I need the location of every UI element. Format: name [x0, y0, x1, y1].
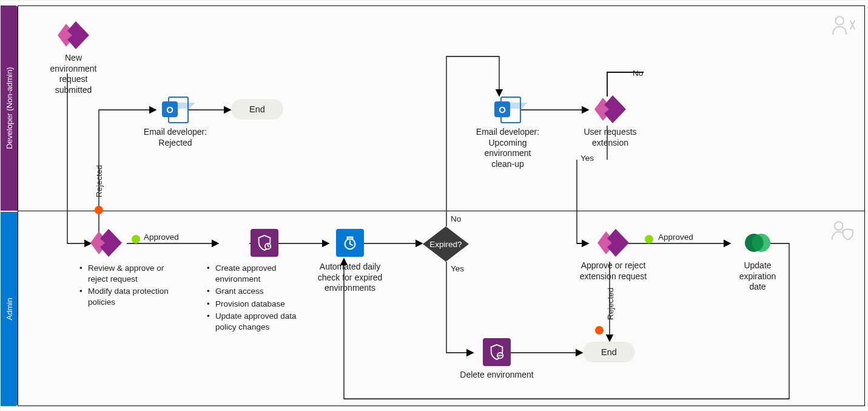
- node-user-requests-extension: User requestsextension: [577, 95, 644, 148]
- power-apps-icon: [594, 95, 626, 123]
- swimlane-admin-label: Admin: [5, 298, 14, 321]
- node-daily-check-label: Automated dailycheck for expiredenvironm…: [314, 262, 386, 294]
- edge-label-yes-2: Yes: [580, 154, 594, 163]
- swimlane-admin-tab: Admin: [1, 212, 18, 406]
- svg-point-0: [835, 16, 844, 25]
- diagram-canvas: Developer (Non-admin) Admin: [0, 0, 868, 411]
- outlook-icon: O: [160, 95, 190, 122]
- node-update-expiration: Updateexpirationdate: [727, 229, 788, 293]
- end-pill-1: End: [231, 99, 283, 120]
- node-expired-decision: Expired?: [423, 226, 469, 262]
- node-email-upcoming: O Email developer:Upcomingenvironmentcle…: [471, 95, 544, 169]
- power-apps-icon: [597, 229, 629, 257]
- node-user-requests-extension-label: User requestsextension: [577, 127, 644, 148]
- dataverse-icon: [744, 229, 772, 257]
- node-create-environment: Create approved environment Grant access…: [207, 229, 310, 334]
- status-dot-rejected-2: [595, 326, 604, 335]
- node-review-request-bullets: Review & approve or reject request Modif…: [79, 263, 177, 307]
- edge-label-rejected-1: Rejected: [95, 165, 104, 197]
- edge-label-no-2: No: [633, 69, 643, 78]
- swimlane-tabs: Developer (Non-admin) Admin: [1, 1, 18, 410]
- node-email-rejected-label: Email developer:Rejected: [139, 127, 212, 148]
- node-email-rejected: O Email developer:Rejected: [139, 95, 212, 148]
- node-end-2: End: [583, 342, 635, 362]
- power-apps-icon: [90, 229, 122, 257]
- outlook-icon: O: [493, 95, 523, 122]
- svg-point-1: [835, 222, 843, 230]
- node-daily-check: Automated dailycheck for expiredenvironm…: [314, 229, 386, 294]
- power-platform-admin-icon: [454, 338, 539, 366]
- edge-label-rejected-2: Rejected: [606, 288, 615, 320]
- node-new-request: New environmentrequest submitted: [43, 21, 104, 95]
- node-delete-environment-label: Delete environment: [454, 370, 539, 381]
- maker-persona-icon: [830, 13, 857, 36]
- edge-label-yes-1: Yes: [451, 264, 464, 273]
- edge-label-approved-2: Approved: [658, 233, 693, 242]
- admin-persona-icon: [830, 219, 857, 242]
- power-platform-admin-icon: [219, 229, 310, 257]
- edge-label-no-1: No: [451, 214, 461, 223]
- node-new-request-label: New environmentrequest submitted: [43, 53, 104, 95]
- node-create-environment-bullets: Create approved environment Grant access…: [207, 263, 310, 332]
- node-approve-extension: Approve or rejectextension request: [577, 229, 650, 282]
- node-update-expiration-label: Updateexpirationdate: [727, 260, 788, 293]
- node-review-request: Review & approve or reject request Modif…: [79, 229, 177, 309]
- swimlane-developer-tab: Developer (Non-admin): [1, 5, 18, 211]
- end-pill-2: End: [583, 342, 635, 362]
- power-automate-scheduled-icon: [314, 229, 386, 257]
- decision-diamond: Expired?: [423, 226, 469, 262]
- node-approve-extension-label: Approve or rejectextension request: [577, 260, 650, 282]
- status-dot-rejected-1: [95, 206, 103, 214]
- node-end-1: End: [231, 99, 283, 120]
- node-email-upcoming-label: Email developer:Upcomingenvironmentclean…: [471, 127, 544, 169]
- swimlane-developer-label: Developer (Non-admin): [5, 67, 14, 149]
- node-delete-environment: Delete environment: [454, 338, 539, 381]
- power-apps-icon: [58, 21, 89, 49]
